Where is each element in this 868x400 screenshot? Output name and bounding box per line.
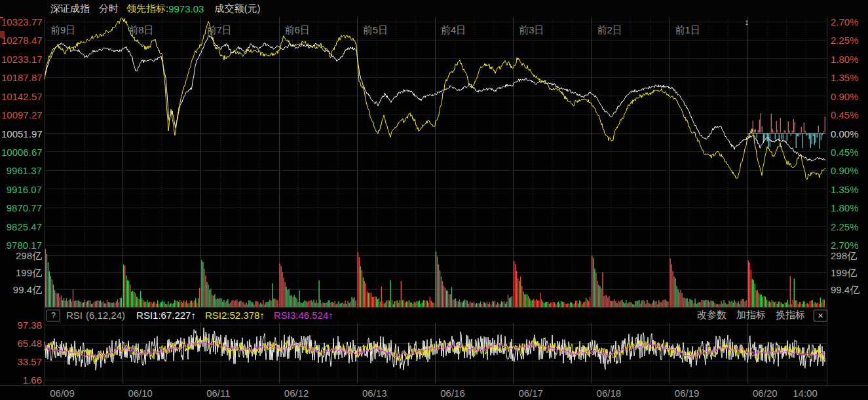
price-axis-label: 10051.97 (1, 128, 42, 138)
rsi-axis-label: 1.66 (1, 375, 42, 385)
rsi-indicator-name[interactable]: RSI (66, 310, 83, 321)
indicator-header-bar: ? RSI (6,12,24) RSI1:67.227↑ RSI2:52.378… (0, 309, 868, 321)
price-axis-label: 9780.17 (1, 240, 42, 250)
time-axis-label: 14:00 (793, 388, 818, 398)
switch-indicator-button[interactable]: 换指标 (776, 309, 805, 321)
price-axis-label: 9916.07 (1, 184, 42, 194)
rsi2-value: RSI2:52.378↑ (205, 310, 265, 321)
splitter-handle-icon[interactable]: ↕ (742, 17, 752, 27)
rsi-params: (6,12,24) (86, 310, 125, 321)
price-axis-label: 10097.27 (1, 110, 42, 120)
percent-axis-label: 2.25% (831, 221, 859, 231)
volume-axis-label: 298亿 (831, 251, 857, 261)
percent-axis-label: 2.70% (831, 240, 859, 250)
stock-chart-app: 深证成指 分时 领先指标: 9973.03 成交额(元) ↕ 10323.771… (0, 0, 868, 400)
time-axis-label: 06/16 (440, 388, 465, 398)
volume-axis-label: 298亿 (1, 251, 42, 261)
time-axis-label: 06/10 (128, 388, 153, 398)
day-label: 前6日 (285, 25, 310, 35)
day-label: 前1日 (675, 25, 700, 35)
time-axis-label: 06/17 (518, 388, 543, 398)
close-indicator-button[interactable]: × (814, 310, 827, 321)
grid-lines (0, 16, 868, 386)
volume-axis-label: 199亿 (831, 268, 857, 278)
price-axis-label: 9870.77 (1, 203, 42, 213)
leading-indicator-label: 领先指标: (126, 3, 168, 15)
percent-axis-label: 1.35% (831, 184, 859, 194)
day-label: 前9日 (50, 25, 75, 35)
percent-axis-label: 0.90% (831, 91, 859, 101)
day-label: 前8日 (128, 25, 153, 35)
volume-axis-label: 99.4亿 (1, 285, 42, 295)
rsi1-value: RSI1:67.227↑ (136, 310, 196, 321)
price-axis-label: 10187.87 (1, 73, 42, 82)
symbol-name[interactable]: 深证成指 (50, 3, 90, 15)
rsi-help-button[interactable]: ? (47, 310, 60, 321)
percent-axis-label: 0.00% (831, 128, 859, 138)
rsi-axis-label: 33.57 (1, 357, 42, 367)
time-axis-label: 06/11 (206, 388, 230, 398)
volume-axis-label: 99.4亿 (831, 285, 859, 295)
edit-params-button[interactable]: 改参数 (697, 309, 726, 321)
price-axis-label: 9825.47 (1, 221, 42, 231)
percent-axis-label: 1.80% (831, 203, 859, 213)
day-label: 前5日 (363, 25, 388, 35)
day-label: 前2日 (597, 25, 622, 35)
time-axis-label: 06/18 (597, 388, 622, 398)
day-label: 前7日 (206, 25, 231, 35)
percent-axis-label: 0.45% (831, 147, 859, 156)
time-axis-label: 06/09 (50, 388, 75, 398)
percent-axis-label: 0.45% (831, 110, 859, 120)
percent-axis-label: 2.70% (831, 17, 859, 27)
time-axis-label: 06/12 (284, 388, 309, 398)
price-axis-label: 10233.17 (1, 54, 42, 64)
price-axis-label: 10278.47 (1, 35, 42, 45)
day-label: 前4日 (441, 25, 466, 35)
chart-canvas[interactable] (0, 0, 868, 400)
percent-axis-label: 2.25% (831, 35, 859, 45)
leading-indicator-value: 9973.03 (168, 3, 204, 14)
time-axis-label: 06/13 (362, 388, 387, 398)
price-axis-label: 10142.57 (1, 91, 42, 101)
percent-axis-label: 1.35% (831, 73, 859, 82)
turnover-label[interactable]: 成交额(元) (214, 3, 260, 15)
rsi-axis-label: 65.48 (1, 338, 42, 348)
volume-axis-label: 199亿 (1, 268, 42, 278)
price-axis-label: 10006.67 (1, 147, 42, 156)
time-axis-label: 06/19 (675, 388, 700, 398)
chart-mode[interactable]: 分时 (99, 3, 119, 15)
price-axis-label: 10323.77 (1, 17, 42, 27)
chart-header: 深证成指 分时 领先指标: 9973.03 成交额(元) (0, 0, 868, 17)
percent-axis-label: 1.80% (831, 54, 859, 64)
rsi3-value: RSI3:46.524↑ (274, 310, 333, 321)
add-indicator-button[interactable]: 加指标 (736, 309, 766, 321)
percent-axis-label: 0.90% (831, 166, 859, 175)
price-axis-label: 9961.37 (1, 166, 42, 175)
day-label: 前3日 (519, 25, 544, 35)
time-axis-label: 06/20 (753, 388, 778, 398)
